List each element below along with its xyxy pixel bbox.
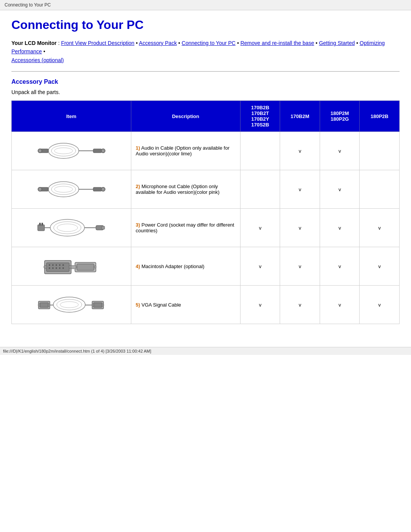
svg-point-34 xyxy=(49,267,50,269)
item-cell-1 xyxy=(12,132,131,170)
svg-point-6 xyxy=(101,149,105,153)
desc-cell-4: 4) Macintosh Adapter (optional) xyxy=(131,247,240,286)
svg-point-13 xyxy=(38,187,42,191)
svg-point-35 xyxy=(52,267,54,269)
section-divider xyxy=(11,71,400,72)
check-4-col2: v xyxy=(280,247,320,286)
svg-rect-14 xyxy=(93,187,102,191)
link-reinstall[interactable]: Remove and re-install the base xyxy=(241,40,314,46)
check-2-col3: v xyxy=(320,170,360,209)
check-2-col4 xyxy=(360,170,400,209)
svg-rect-21 xyxy=(39,223,41,225)
svg-point-56 xyxy=(102,304,104,306)
table-row: 1) Audio in Cable (Option only available… xyxy=(12,132,400,170)
table-row: 4) Macintosh Adapter (optional) v v v v xyxy=(12,247,400,286)
col-header-180p2b: 180P2B xyxy=(360,101,400,132)
svg-point-32 xyxy=(59,264,61,266)
table-row: 2) Microphone out Cable (Option only ava… xyxy=(12,170,400,209)
audio-in-cable-img xyxy=(15,136,128,166)
svg-point-19 xyxy=(57,224,78,232)
status-bar-text: file:///D|/K1/english/180p2m/install/con… xyxy=(3,349,151,353)
mic-out-cable-img xyxy=(15,174,128,204)
svg-point-29 xyxy=(49,264,50,266)
svg-rect-22 xyxy=(41,223,43,225)
svg-rect-5 xyxy=(93,149,102,153)
item-cell-2 xyxy=(12,170,131,209)
desc-cell-1: 1) Audio in Cable (Option only available… xyxy=(131,132,240,170)
item-cell-3 xyxy=(12,209,131,247)
item-cell-5 xyxy=(12,286,131,324)
check-2-col2: v xyxy=(280,170,320,209)
item-num-1: 1) xyxy=(136,145,140,151)
table-row: 5) VGA Signal Cable v v v v xyxy=(12,286,400,324)
browser-bar: Connecting to Your PC xyxy=(0,0,411,10)
accessory-table: Item Description 170B2B170B2T170B2Y170S2… xyxy=(11,101,400,324)
unpack-text: Unpack all the parts. xyxy=(11,89,400,95)
col-header-180p2m: 180P2M180P2G xyxy=(320,101,360,132)
vga-cable-img xyxy=(15,289,128,320)
svg-point-51 xyxy=(38,304,40,306)
svg-rect-54 xyxy=(94,303,102,307)
check-3-col1: v xyxy=(240,209,280,247)
intro-paragraph: Your LCD Monitor : Front View Product De… xyxy=(11,39,400,64)
check-1-col4 xyxy=(360,132,400,170)
svg-point-1 xyxy=(51,145,76,156)
item-num-5: 5) xyxy=(136,302,140,308)
svg-rect-24 xyxy=(102,226,105,229)
item-cell-4 xyxy=(12,247,131,286)
section-title: Accessory Pack xyxy=(11,78,400,85)
svg-rect-20 xyxy=(38,225,45,231)
svg-rect-28 xyxy=(46,263,69,272)
check-5-col4: v xyxy=(360,286,400,324)
item-desc-2: Microphone out Cable (Option only availa… xyxy=(136,184,220,195)
svg-point-48 xyxy=(60,302,78,308)
svg-point-11 xyxy=(54,186,73,192)
item-desc-5: VGA Signal Cable xyxy=(142,302,181,308)
check-4-col3: v xyxy=(320,247,360,286)
link-accessories[interactable]: Accessories (optional) xyxy=(11,57,64,63)
item-desc-1: Audio in Cable (Option only available fo… xyxy=(136,145,229,157)
check-5-col3: v xyxy=(320,286,360,324)
svg-point-4 xyxy=(38,149,42,153)
link-getting-started[interactable]: Getting Started xyxy=(319,40,355,46)
svg-point-30 xyxy=(52,264,54,266)
item-desc-4: Macintosh Adapter (optional) xyxy=(142,264,204,269)
mac-adapter-img xyxy=(15,251,128,281)
check-1-col3: v xyxy=(320,132,360,170)
table-row: 3) Power Cord (socket may differ for dif… xyxy=(12,209,400,247)
link-connecting[interactable]: Connecting to Your PC xyxy=(182,40,236,46)
check-5-col1: v xyxy=(240,286,280,324)
svg-point-36 xyxy=(56,267,57,269)
col-header-170b2b: 170B2B170B2T170B2Y170S2B xyxy=(240,101,280,132)
svg-point-33 xyxy=(62,264,64,266)
check-1-col2: v xyxy=(280,132,320,170)
check-4-col1: v xyxy=(240,247,280,286)
svg-point-44 xyxy=(94,266,96,268)
svg-point-15 xyxy=(101,187,105,191)
svg-point-47 xyxy=(57,299,82,310)
col-header-170b2m: 170B2M xyxy=(280,101,320,132)
svg-point-39 xyxy=(44,265,47,268)
item-desc-3: Power Cord (socket may differ for differ… xyxy=(136,222,234,233)
desc-cell-5: 5) VGA Signal Cable xyxy=(131,286,240,324)
col-header-item: Item xyxy=(12,101,131,132)
link-accessory-pack[interactable]: Accessory Pack xyxy=(139,40,177,46)
svg-point-17 xyxy=(50,219,84,236)
page-title: Connecting to Your PC xyxy=(11,18,400,32)
svg-point-37 xyxy=(59,267,61,269)
check-5-col2: v xyxy=(280,286,320,324)
browser-bar-text: Connecting to Your PC xyxy=(5,2,51,8)
status-bar: file:///D|/K1/english/180p2m/install/con… xyxy=(0,347,411,355)
desc-cell-3: 3) Power Cord (socket may differ for dif… xyxy=(131,209,240,247)
svg-point-2 xyxy=(54,148,73,154)
link-front-view[interactable]: Front View Product Description xyxy=(61,40,134,46)
item-num-2: 2) xyxy=(136,184,140,189)
check-2-col1 xyxy=(240,170,280,209)
item-num-4: 4) xyxy=(136,264,140,269)
svg-rect-50 xyxy=(40,303,48,307)
svg-point-18 xyxy=(54,222,81,234)
check-1-col1 xyxy=(240,132,280,170)
svg-point-31 xyxy=(56,264,57,266)
check-4-col4: v xyxy=(360,247,400,286)
item-num-3: 3) xyxy=(136,222,140,228)
